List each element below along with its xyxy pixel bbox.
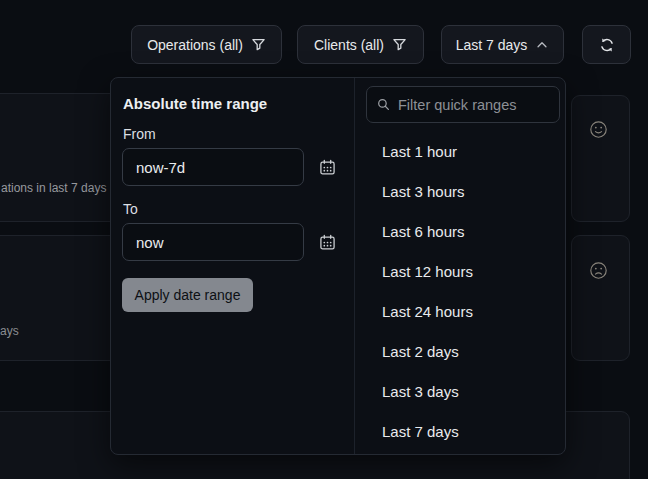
funnel-filter-icon	[251, 37, 266, 52]
time-range-picker-button[interactable]: Last 7 days	[441, 25, 564, 64]
refresh-button[interactable]	[582, 25, 631, 64]
to-calendar-button[interactable]	[314, 229, 340, 255]
calendar-icon	[319, 234, 336, 251]
quick-range-option[interactable]: Last 7 days	[355, 411, 565, 451]
operations-filter-label: Operations (all)	[147, 37, 243, 53]
quick-ranges-section: Last 1 hour Last 3 hours Last 6 hours La…	[354, 78, 565, 454]
card-subtitle-truncated: ays	[0, 324, 19, 338]
clients-filter-button[interactable]: Clients (all)	[297, 25, 424, 64]
quick-range-option[interactable]: Last 1 hour	[355, 131, 565, 171]
frowning-face-icon	[589, 261, 608, 280]
card-subtitle-truncated: ations in last 7 days	[1, 181, 106, 195]
funnel-filter-icon	[392, 37, 407, 52]
quick-ranges-filter-input[interactable]	[398, 97, 549, 113]
quick-range-option[interactable]: Last 2 days	[355, 331, 565, 371]
refresh-icon	[599, 37, 615, 53]
quick-ranges-list: Last 1 hour Last 3 hours Last 6 hours La…	[355, 131, 565, 451]
from-input[interactable]	[122, 148, 304, 186]
quick-ranges-search-box	[366, 86, 560, 123]
from-calendar-button[interactable]	[314, 154, 340, 180]
operations-filter-button[interactable]: Operations (all)	[131, 25, 282, 64]
chevron-up-icon	[535, 38, 549, 52]
dashboard-card-mid-right	[571, 235, 630, 361]
search-icon	[377, 98, 390, 111]
apply-date-range-button[interactable]: Apply date range	[122, 278, 253, 312]
quick-range-option[interactable]: Last 3 hours	[355, 171, 565, 211]
time-range-label: Last 7 days	[456, 37, 528, 53]
absolute-time-range-title: Absolute time range	[123, 95, 267, 112]
dashboard-card-top-right	[571, 95, 630, 222]
quick-range-option[interactable]: Last 6 hours	[355, 211, 565, 251]
from-label: From	[123, 126, 156, 142]
quick-range-option[interactable]: Last 24 hours	[355, 291, 565, 331]
time-range-dropdown-panel: Absolute time range From To Apply date r…	[110, 77, 566, 455]
calendar-icon	[319, 159, 336, 176]
to-label: To	[123, 201, 138, 217]
quick-range-option[interactable]: Last 12 hours	[355, 251, 565, 291]
quick-range-option[interactable]: Last 3 days	[355, 371, 565, 411]
smiley-face-icon	[589, 120, 608, 139]
clients-filter-label: Clients (all)	[314, 37, 384, 53]
to-input[interactable]	[122, 223, 304, 261]
